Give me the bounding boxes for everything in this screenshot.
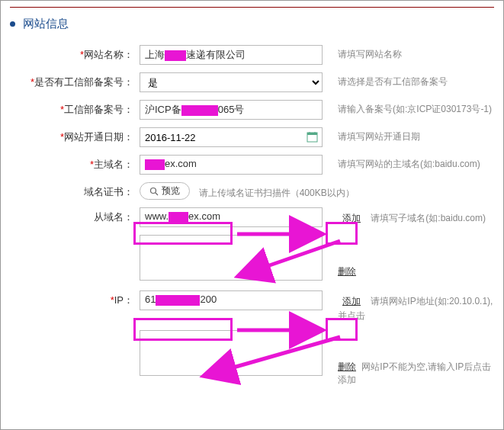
sub-domain-delete-button[interactable]: 删除 xyxy=(338,266,356,277)
redaction xyxy=(145,159,165,170)
svg-line-5 xyxy=(156,193,158,195)
open-date-input[interactable] xyxy=(140,127,323,147)
section-title: 网站信息 xyxy=(23,17,69,30)
ip-list[interactable] xyxy=(140,330,323,376)
main-domain-label: 主域名： xyxy=(94,159,133,170)
ip-hint2: 网站IP不能为空,请输入IP后点击添加 xyxy=(338,361,491,385)
redaction xyxy=(181,105,218,116)
magnifier-icon xyxy=(149,187,159,196)
sub-domain-label: 从域名： xyxy=(94,211,133,223)
preview-button[interactable]: 预览 xyxy=(140,182,190,200)
record-no-label: 工信部备案号： xyxy=(64,104,133,115)
record-no-input[interactable]: 沪ICP备065号 xyxy=(140,100,323,120)
has-record-label: 是否有工信部备案号： xyxy=(34,76,133,88)
main-domain-input[interactable]: ex.com xyxy=(140,155,323,175)
svg-rect-1 xyxy=(307,133,317,135)
calendar-icon[interactable] xyxy=(307,131,318,143)
ip-delete-button[interactable]: 删除 xyxy=(338,361,356,372)
main-domain-hint: 请填写网站的主域名(如:baidu.com) xyxy=(330,155,494,171)
site-name-input[interactable]: 上海速递有限公司 xyxy=(140,45,323,65)
cert-label: 域名证书： xyxy=(84,186,133,197)
record-no-hint: 请输入备案号(如:京ICP证030173号-1) xyxy=(330,100,494,116)
ip-add-button[interactable]: 添加 xyxy=(338,294,365,310)
cert-hint: 请上传域名证书扫描件（400KB以内） xyxy=(199,188,355,198)
open-date-hint: 请填写网站开通日期 xyxy=(330,127,494,143)
has-record-select[interactable]: 是 xyxy=(140,72,323,92)
sub-domain-add-button[interactable]: 添加 xyxy=(338,210,365,226)
site-name-label: 网站名称： xyxy=(84,49,133,60)
open-date-label: 网站开通日期： xyxy=(64,131,133,143)
redaction xyxy=(165,50,186,61)
site-name-hint: 请填写网站名称 xyxy=(330,45,494,61)
sub-domain-hint: 请填写子域名(如:baidu.com) xyxy=(371,213,486,223)
ip-input[interactable]: 61200 xyxy=(140,290,323,310)
redaction xyxy=(169,212,188,223)
sub-domain-list[interactable] xyxy=(140,235,323,281)
ip-label: IP： xyxy=(114,294,133,306)
has-record-hint: 请选择是否有工信部备案号 xyxy=(330,72,494,88)
redaction xyxy=(156,295,200,306)
svg-point-4 xyxy=(151,188,156,193)
section-bullet xyxy=(10,21,15,27)
sub-domain-input[interactable]: www.ex.com xyxy=(140,207,323,227)
